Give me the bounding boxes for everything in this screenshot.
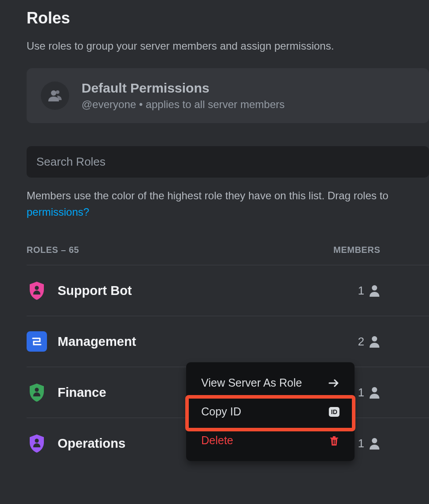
svg-point-4 bbox=[372, 336, 377, 341]
role-context-menu: View Server As Role Copy ID ID Delete bbox=[186, 362, 355, 461]
role-row-support-bot[interactable]: Support Bot 1 bbox=[27, 265, 429, 316]
members-icon bbox=[41, 81, 69, 110]
member-count: 1 bbox=[358, 284, 429, 298]
square-badge-icon bbox=[27, 331, 47, 352]
shield-icon bbox=[27, 433, 47, 454]
members-column-label: MEMBERS bbox=[333, 245, 380, 255]
svg-point-3 bbox=[372, 285, 377, 291]
person-icon bbox=[369, 335, 380, 348]
role-name-label: Management bbox=[58, 334, 136, 349]
role-name-label: Finance bbox=[58, 385, 106, 400]
role-name-label: Support Bot bbox=[58, 283, 132, 298]
svg-point-6 bbox=[372, 387, 377, 392]
default-permissions-subtitle: @everyone • applies to all server member… bbox=[82, 98, 285, 111]
permissions-help-link[interactable]: permissions? bbox=[27, 206, 89, 218]
svg-point-1 bbox=[56, 90, 59, 94]
svg-point-2 bbox=[35, 286, 39, 290]
arrow-right-icon bbox=[328, 379, 339, 388]
person-icon bbox=[369, 284, 380, 297]
svg-rect-10 bbox=[335, 440, 335, 444]
member-count: 2 bbox=[358, 335, 429, 349]
role-name-label: Operations bbox=[58, 436, 125, 451]
search-placeholder: Search Roles bbox=[36, 155, 105, 168]
person-icon bbox=[369, 437, 380, 450]
menu-delete[interactable]: Delete bbox=[192, 426, 348, 455]
default-permissions-title: Default Permissions bbox=[82, 81, 285, 96]
person-icon bbox=[369, 386, 380, 399]
trash-icon bbox=[329, 435, 339, 446]
svg-point-0 bbox=[51, 90, 56, 96]
roles-list-header: ROLES – 65 MEMBERS bbox=[27, 245, 429, 265]
svg-point-8 bbox=[372, 438, 377, 443]
svg-point-7 bbox=[35, 439, 39, 443]
menu-view-as-role[interactable]: View Server As Role bbox=[192, 368, 348, 397]
roles-count-label: ROLES – 65 bbox=[27, 245, 79, 255]
shield-icon bbox=[27, 280, 47, 301]
member-count: 1 bbox=[358, 437, 429, 450]
search-roles-input[interactable]: Search Roles bbox=[27, 146, 429, 178]
page-title: Roles bbox=[27, 9, 429, 27]
default-permissions-card[interactable]: Default Permissions @everyone • applies … bbox=[27, 68, 429, 123]
role-row-management[interactable]: Management 2 bbox=[27, 316, 429, 367]
roles-help-text: Members use the color of the highest rol… bbox=[27, 187, 429, 220]
member-count: 1 bbox=[358, 386, 429, 399]
svg-rect-9 bbox=[333, 440, 334, 444]
svg-point-5 bbox=[35, 388, 39, 392]
menu-copy-id[interactable]: Copy ID ID bbox=[192, 397, 348, 426]
page-subtitle: Use roles to group your server members a… bbox=[27, 40, 429, 52]
shield-icon bbox=[27, 382, 47, 403]
id-badge-icon: ID bbox=[329, 407, 339, 417]
